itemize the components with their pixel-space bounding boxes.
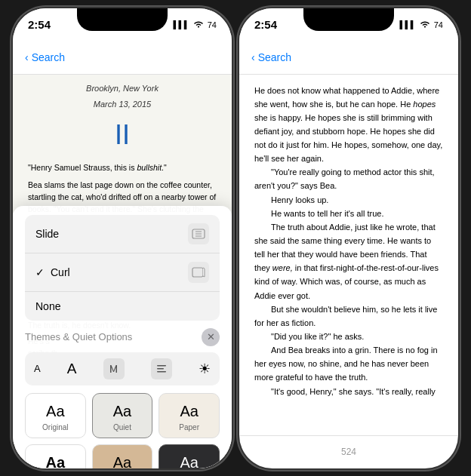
right-para-2: "You're really going to method actor thi… [254, 165, 443, 192]
theme-paper-name: Paper [179, 423, 199, 431]
theme-bold-aa: Aa [46, 454, 66, 468]
theme-focus-aa: Aa [180, 454, 198, 468]
notch-right [303, 8, 394, 31]
signal-icon-right: ▌▌▌ [399, 20, 415, 29]
notch-left [77, 8, 168, 31]
back-label-left: Search [32, 51, 65, 63]
book-text-right: He does not know what happened to Addie,… [239, 75, 458, 402]
slide-label: Slide [35, 228, 59, 240]
theme-original[interactable]: Aa Original [25, 393, 86, 438]
right-para-3: Henry looks up. [254, 193, 443, 207]
wifi-icon-left [193, 20, 204, 30]
theme-quiet-aa: Aa [113, 403, 131, 420]
brightness-icon[interactable]: ☀ [199, 361, 211, 377]
time-right: 2:54 [254, 18, 277, 31]
slide-panel: Slide ✓ Curl [13, 206, 232, 468]
book-location: Brooklyn, New York [28, 82, 217, 95]
page-footer-right: 524 [239, 435, 458, 468]
right-para-9: "It's good, Henry," she says. "It's real… [254, 385, 443, 402]
signal-icon-left: ▌▌▌ [173, 20, 189, 29]
status-icons-right: ▌▌▌ 74 [399, 20, 443, 30]
theme-bold[interactable]: Aa Bold [25, 444, 86, 468]
status-icons-left: ▌▌▌ 74 [173, 20, 217, 30]
font-style-icon[interactable] [103, 358, 125, 379]
battery-icon-right: 74 [434, 20, 443, 29]
close-panel-button[interactable]: ✕ [202, 328, 220, 346]
back-button-right[interactable]: ‹ Search [251, 51, 291, 63]
theme-paper[interactable]: Aa Paper [159, 393, 220, 438]
svg-rect-7 [157, 371, 166, 373]
wifi-icon-right [420, 20, 430, 30]
slide-option-curl[interactable]: ✓ Curl [25, 253, 220, 292]
back-button-left[interactable]: ‹ Search [25, 51, 65, 63]
book-content-right: He does not know what happened to Addie,… [239, 75, 458, 435]
svg-rect-5 [157, 365, 166, 367]
theme-original-aa: Aa [46, 403, 64, 420]
right-para-7: "Did you like it?" he asks. [254, 330, 443, 343]
theme-calm-aa: Aa [113, 454, 131, 468]
checkmark-icon: ✓ [35, 266, 45, 278]
right-para-4: He wants to tell her it's all true. [254, 207, 443, 220]
curl-icon [188, 262, 209, 283]
chevron-left-icon-right: ‹ [251, 51, 255, 63]
time-left: 2:54 [28, 18, 51, 31]
right-para-1: He does not know what happened to Addie,… [254, 84, 443, 166]
text-options-icon[interactable] [151, 358, 172, 379]
slide-option-none[interactable]: None [25, 292, 220, 321]
themes-title: Themes & Quiet Options [25, 331, 132, 342]
transition-options: Slide ✓ Curl [25, 215, 220, 321]
theme-quiet[interactable]: Aa Quiet [92, 393, 153, 438]
phones-container: 2:54 ▌▌▌ 74 ‹ Search Brooklyn, New York … [13, 8, 458, 468]
nav-bar-left: ‹ Search [13, 41, 232, 75]
theme-focus[interactable]: Aa Focus [159, 444, 220, 468]
none-label: None [35, 300, 60, 312]
status-bar-right: 2:54 ▌▌▌ 74 [239, 8, 458, 41]
nav-bar-right: ‹ Search [239, 41, 458, 75]
right-para-8: And Bea breaks into a grin. There is no … [254, 343, 443, 384]
book-date: March 13, 2015 [28, 98, 217, 111]
chevron-left-icon: ‹ [25, 51, 29, 63]
themes-header-row: Themes & Quiet Options ✕ [25, 328, 220, 346]
book-content-left: Brooklyn, New York March 13, 2015 II "He… [13, 75, 232, 468]
chapter-number: II [28, 114, 217, 156]
status-bar-left: 2:54 ▌▌▌ 74 [13, 8, 232, 41]
svg-rect-6 [157, 368, 164, 370]
slide-option-slide[interactable]: Slide [25, 215, 220, 253]
right-para-5: The truth about Addie, just like he wrot… [254, 220, 443, 302]
slide-icon [188, 223, 209, 244]
book-para-1: "Henry Samuel Strauss, this is bullshit.… [28, 161, 217, 174]
svg-rect-4 [192, 268, 203, 277]
font-small-label[interactable]: A [34, 363, 41, 374]
theme-calm[interactable]: Aa Calm [92, 444, 153, 468]
left-phone: 2:54 ▌▌▌ 74 ‹ Search Brooklyn, New York … [13, 8, 232, 468]
right-para-6: But she wouldn't believe him, so he lets… [254, 302, 443, 330]
right-phone: 2:54 ▌▌▌ 74 ‹ Search He does not know wh… [239, 8, 458, 468]
theme-original-name: Original [42, 423, 68, 431]
battery-icon-left: 74 [208, 20, 217, 29]
font-controls-row: A A ☀ [25, 352, 220, 385]
page-number: 524 [341, 447, 356, 457]
back-label-right: Search [258, 51, 291, 63]
theme-paper-aa: Aa [180, 403, 198, 420]
theme-quiet-name: Quiet [113, 423, 131, 431]
font-large-label[interactable]: A [67, 361, 77, 377]
curl-label: Curl [51, 266, 70, 278]
themes-grid: Aa Original Aa Quiet Aa Paper Aa Bold [25, 393, 220, 468]
